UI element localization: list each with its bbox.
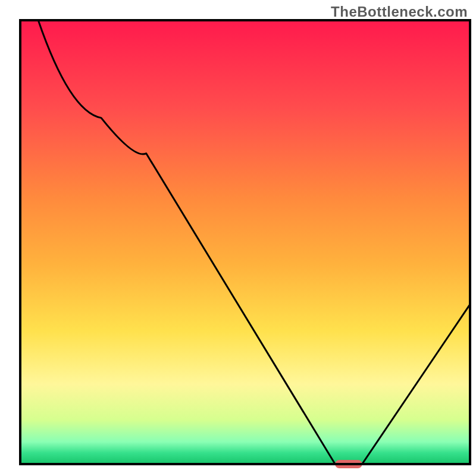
chart-container: TheBottleneck.com [0, 0, 476, 476]
plot-background [20, 20, 470, 464]
watermark-text: TheBottleneck.com [331, 4, 468, 20]
bottleneck-chart [0, 0, 476, 476]
